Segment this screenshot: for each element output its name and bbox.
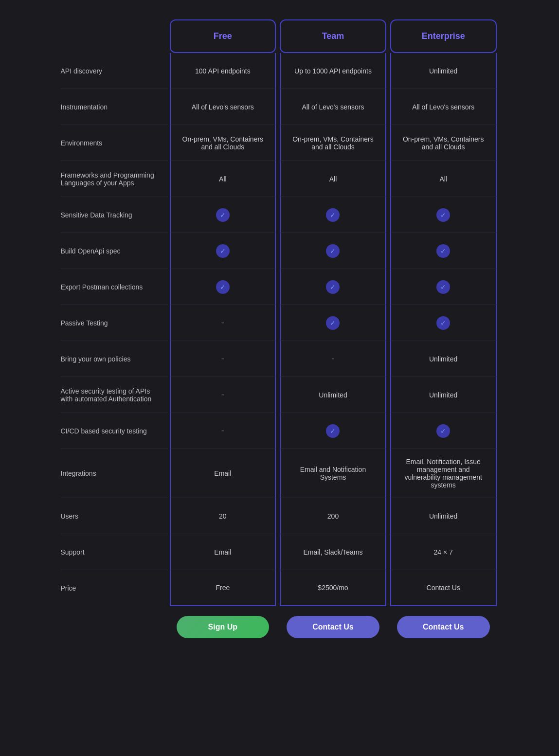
feature-label: Bring your own policies — [61, 341, 168, 377]
feature-label: Instrumentation — [61, 89, 168, 125]
team-cell: 200 — [280, 498, 386, 534]
check-icon: ✓ — [326, 424, 340, 438]
dash-value: - — [221, 354, 224, 364]
team-cell: - — [280, 341, 386, 377]
feature-label: Price — [61, 570, 168, 606]
free-plan-label: Free — [214, 31, 232, 41]
feature-label: Integrations — [61, 449, 168, 498]
feature-row: CI/CD based security testing - ✓ ✓ — [61, 413, 499, 449]
free-cell: - — [170, 413, 276, 449]
signup-button[interactable]: Sign Up — [177, 616, 270, 638]
free-cell: - — [170, 377, 276, 413]
cell-value: All — [219, 175, 227, 183]
feature-row: Integrations Email Email and Notificatio… — [61, 449, 499, 498]
free-cell: - — [170, 341, 276, 377]
enterprise-cell: Unlimited — [390, 341, 497, 377]
enterprise-plan-label: Enterprise — [422, 31, 465, 41]
team-cell: Email and Notification Systems — [280, 449, 386, 498]
feature-label: Active security testing of APIs with aut… — [61, 377, 168, 413]
cell-value: Contact Us — [427, 584, 460, 592]
cell-value: 100 API endpoints — [195, 67, 251, 75]
enterprise-plan-col: Enterprise — [390, 19, 497, 53]
team-cell: All of Levo's sensors — [280, 89, 386, 125]
enterprise-cell: Email, Notification, Issue management an… — [390, 449, 497, 498]
enterprise-cell: All of Levo's sensors — [390, 89, 497, 125]
free-cell: Free — [170, 570, 276, 606]
enterprise-cell: Unlimited — [390, 377, 497, 413]
cell-value: All — [439, 175, 447, 183]
dash-value: - — [221, 390, 224, 400]
free-cell: All of Levo's sensors — [170, 89, 276, 125]
cell-value: Email, Slack/Teams — [303, 548, 362, 556]
team-cell: All — [280, 161, 386, 197]
free-cell: ✓ — [170, 233, 276, 269]
feature-label: Users — [61, 498, 168, 534]
check-icon: ✓ — [326, 208, 340, 222]
check-icon: ✓ — [326, 244, 340, 258]
enterprise-cell: ✓ — [390, 305, 497, 341]
check-icon: ✓ — [436, 280, 450, 294]
cell-value: All of Levo's sensors — [302, 103, 364, 111]
enterprise-cell: On-prem, VMs, Containers and all Clouds — [390, 125, 497, 161]
enterprise-cell: ✓ — [390, 269, 497, 305]
enterprise-cell: Contact Us — [390, 570, 497, 606]
feature-row: Support Email Email, Slack/Teams 24 × 7 — [61, 534, 499, 570]
team-cell: Email, Slack/Teams — [280, 534, 386, 570]
feature-label: Frameworks and Programming Languages of … — [61, 161, 168, 197]
pricing-table: Free Team Enterprise — [61, 19, 499, 53]
cell-value: 20 — [219, 512, 227, 520]
cell-value: Email — [214, 469, 231, 477]
feature-row: Active security testing of APIs with aut… — [61, 377, 499, 413]
check-icon: ✓ — [326, 280, 340, 294]
free-cta-cell: Sign Up — [170, 606, 276, 648]
team-cell: ✓ — [280, 233, 386, 269]
cell-value: Email — [214, 548, 231, 556]
feature-row: Export Postman collections ✓ ✓ ✓ — [61, 269, 499, 305]
check-icon: ✓ — [436, 316, 450, 330]
cell-value: Unlimited — [429, 512, 457, 520]
cell-value: Unlimited — [319, 391, 347, 399]
free-plan-col: Free — [170, 19, 276, 53]
team-cell: Unlimited — [280, 377, 386, 413]
feature-row: Bring your own policies - - Unlimited — [61, 341, 499, 377]
enterprise-plan-header: Enterprise — [391, 20, 496, 52]
cell-value: Email and Notification Systems — [288, 466, 379, 481]
free-cell: All — [170, 161, 276, 197]
team-cell: $2500/mo — [280, 570, 386, 606]
enterprise-cell: ✓ — [390, 233, 497, 269]
free-cell: Email — [170, 449, 276, 498]
feature-row: Sensitive Data Tracking ✓ ✓ ✓ — [61, 197, 499, 233]
free-cell: On-prem, VMs, Containers and all Clouds — [170, 125, 276, 161]
team-plan-col: Team — [280, 19, 386, 53]
feature-label: Sensitive Data Tracking — [61, 197, 168, 233]
check-icon: ✓ — [216, 244, 230, 258]
feature-row: Frameworks and Programming Languages of … — [61, 161, 499, 197]
free-cell: Email — [170, 534, 276, 570]
cell-value: On-prem, VMs, Containers and all Clouds — [178, 135, 269, 151]
cell-value: All — [329, 175, 337, 183]
check-icon: ✓ — [436, 208, 450, 222]
cta-feature-spacer — [61, 606, 168, 648]
feature-row: Instrumentation All of Levo's sensors Al… — [61, 89, 499, 125]
team-contact-button[interactable]: Contact Us — [287, 616, 379, 638]
check-icon: ✓ — [436, 424, 450, 438]
team-cell: Up to 1000 API endpoints — [280, 53, 386, 89]
feature-label: Passive Testing — [61, 305, 168, 341]
cell-value: 200 — [327, 512, 339, 520]
feature-label: Build OpenApi spec — [61, 233, 168, 269]
enterprise-cta-cell: Contact Us — [390, 606, 497, 648]
enterprise-cell: Unlimited — [390, 53, 497, 89]
enterprise-cell: All — [390, 161, 497, 197]
feature-row: Environments On-prem, VMs, Containers an… — [61, 125, 499, 161]
team-cell: ✓ — [280, 269, 386, 305]
free-cell: - — [170, 305, 276, 341]
team-cell: ✓ — [280, 413, 386, 449]
feature-label: Support — [61, 534, 168, 570]
enterprise-contact-button[interactable]: Contact Us — [397, 616, 490, 638]
feature-col-header — [61, 19, 168, 53]
cell-value: Free — [216, 584, 230, 592]
feature-row: Build OpenApi spec ✓ ✓ ✓ — [61, 233, 499, 269]
check-icon: ✓ — [216, 280, 230, 294]
cell-value: Unlimited — [429, 67, 457, 75]
cell-value: Email, Notification, Issue management an… — [398, 458, 489, 489]
